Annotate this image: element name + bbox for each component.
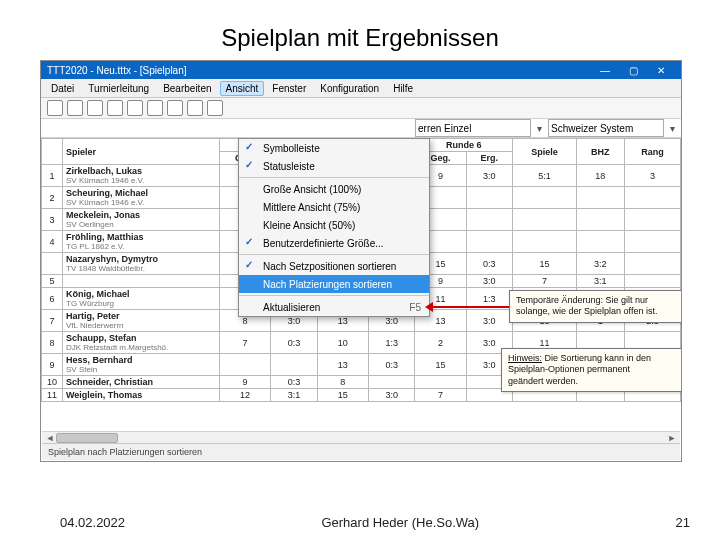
- window-title: TTT2020 - Neu.tttx - [Spielplan]: [47, 65, 591, 76]
- check-icon: ✓: [245, 236, 253, 247]
- menu-separator: [239, 295, 429, 296]
- col-index: [42, 139, 63, 165]
- window-close-button[interactable]: ✕: [647, 61, 675, 79]
- window-minimize-button[interactable]: —: [591, 61, 619, 79]
- slide-title: Spielplan mit Ergebnissen: [0, 0, 720, 58]
- toolbar-icon[interactable]: [207, 100, 223, 116]
- footer-date: 04.02.2022: [60, 515, 125, 530]
- menubar: DateiTurnierleitungBearbeitenAnsichtFens…: [41, 79, 681, 98]
- menu-item[interactable]: ✓Statusleiste: [239, 157, 429, 175]
- toolbar-icon[interactable]: [87, 100, 103, 116]
- menu-konfiguration[interactable]: Konfiguration: [314, 81, 385, 96]
- sub-header: ▾ ▾: [41, 119, 681, 138]
- menu-item[interactable]: AktualisierenF5: [239, 298, 429, 316]
- application-window: TTT2020 - Neu.tttx - [Spielplan] — ▢ ✕ D…: [40, 60, 682, 462]
- toolbar-icon[interactable]: [187, 100, 203, 116]
- window-controls: — ▢ ✕: [591, 61, 675, 79]
- col-spiele: Spiele: [513, 139, 577, 165]
- toolbar: [41, 98, 681, 119]
- check-icon: ✓: [245, 259, 253, 270]
- menu-item-label: Statusleiste: [263, 161, 315, 172]
- menu-bearbeiten[interactable]: Bearbeiten: [157, 81, 217, 96]
- toolbar-icon[interactable]: [147, 100, 163, 116]
- slide-footer: 04.02.2022 Gerhard Heder (He.So.Wa) 21: [0, 509, 720, 540]
- menu-item[interactable]: ✓Symbolleiste: [239, 139, 429, 157]
- toolbar-icon[interactable]: [107, 100, 123, 116]
- menu-item[interactable]: Große Ansicht (100%): [239, 180, 429, 198]
- toolbar-icon[interactable]: [167, 100, 183, 116]
- statusbar: Spielplan nach Platzierungen sortieren: [42, 443, 680, 460]
- system-combo[interactable]: [548, 119, 664, 137]
- menu-separator: [239, 177, 429, 178]
- menu-separator: [239, 254, 429, 255]
- dropdown-arrow-icon[interactable]: ▾: [670, 123, 675, 134]
- menu-datei[interactable]: Datei: [45, 81, 80, 96]
- window-maximize-button[interactable]: ▢: [619, 61, 647, 79]
- scroll-thumb[interactable]: [56, 433, 118, 443]
- titlebar: TTT2020 - Neu.tttx - [Spielplan] — ▢ ✕: [41, 61, 681, 79]
- callout-hint: Hinweis: Die Sortierung kann in den Spie…: [501, 348, 681, 392]
- toolbar-icon[interactable]: [127, 100, 143, 116]
- scroll-left-icon[interactable]: ◄: [44, 433, 56, 443]
- check-icon: ✓: [245, 159, 253, 170]
- menu-hilfe[interactable]: Hilfe: [387, 81, 419, 96]
- toolbar-icon[interactable]: [47, 100, 63, 116]
- menu-item-label: Nach Platzierungen sortieren: [263, 279, 392, 290]
- menu-fenster[interactable]: Fenster: [266, 81, 312, 96]
- col-bhz: BHZ: [576, 139, 624, 165]
- menu-item-label: Mittlere Ansicht (75%): [263, 202, 360, 213]
- view-menu-dropdown: ✓Symbolleiste✓StatusleisteGroße Ansicht …: [238, 138, 430, 317]
- col-rang: Rang: [625, 139, 681, 165]
- menu-item-label: Benutzerdefinierte Größe...: [263, 238, 384, 249]
- menu-item-label: Nach Setzpositionen sortieren: [263, 261, 396, 272]
- check-icon: ✓: [245, 141, 253, 152]
- toolbar-icon[interactable]: [67, 100, 83, 116]
- callout-arrow: [433, 306, 509, 308]
- col-erg: Erg.: [466, 152, 512, 165]
- menu-item[interactable]: Mittlere Ansicht (75%): [239, 198, 429, 216]
- dropdown-arrow-icon[interactable]: ▾: [537, 123, 542, 134]
- footer-page: 21: [676, 515, 690, 530]
- menu-ansicht[interactable]: Ansicht: [220, 81, 265, 96]
- statusbar-text: Spielplan nach Platzierungen sortieren: [48, 447, 202, 457]
- callout-temporary-change: Temporäre Änderung: Sie gilt nur solange…: [509, 290, 681, 323]
- menu-item-label: Kleine Ansicht (50%): [263, 220, 355, 231]
- category-combo[interactable]: [415, 119, 531, 137]
- menu-item-label: Große Ansicht (100%): [263, 184, 361, 195]
- menu-turnierleitung[interactable]: Turnierleitung: [82, 81, 155, 96]
- menu-item[interactable]: ✓Nach Setzpositionen sortieren: [239, 257, 429, 275]
- menu-item[interactable]: Nach Platzierungen sortieren: [239, 275, 429, 293]
- content-area: SpielerRunde 4Runde 5Runde 6SpieleBHZRan…: [41, 138, 681, 458]
- menu-item-label: Symbolleiste: [263, 143, 320, 154]
- menu-item[interactable]: ✓Benutzerdefinierte Größe...: [239, 234, 429, 252]
- menu-item-accelerator: F5: [409, 302, 421, 313]
- scroll-right-icon[interactable]: ►: [666, 433, 678, 443]
- menu-item-label: Aktualisieren: [263, 302, 320, 313]
- col-player: Spieler: [63, 139, 220, 165]
- footer-author: Gerhard Heder (He.So.Wa): [321, 515, 479, 530]
- menu-item[interactable]: Kleine Ansicht (50%): [239, 216, 429, 234]
